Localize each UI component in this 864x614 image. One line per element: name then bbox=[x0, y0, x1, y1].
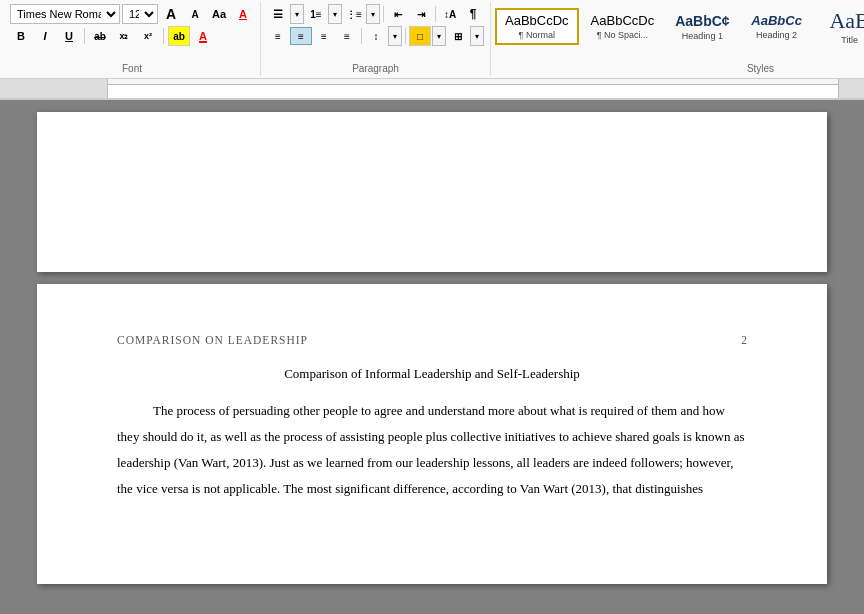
style-no-spacing-label: ¶ No Spaci... bbox=[597, 30, 648, 40]
styles-group: AaBbCcDc ¶ Normal AaBbCcDc ¶ No Spaci...… bbox=[491, 2, 864, 76]
separator-4 bbox=[435, 6, 436, 22]
ribbon: Times New Roman 12 A A Aa A B I U ab bbox=[0, 0, 864, 79]
page-2[interactable]: COMPARISON ON LEADERSHIP 2 Comparison of… bbox=[37, 284, 827, 584]
style-heading1-label: Heading 1 bbox=[682, 31, 723, 41]
style-normal[interactable]: AaBbCcDc ¶ Normal bbox=[495, 8, 579, 45]
separator-3 bbox=[383, 6, 384, 22]
bold-button[interactable]: B bbox=[10, 26, 32, 46]
strikethrough-button[interactable]: ab bbox=[89, 26, 111, 46]
style-title-preview: AaB bbox=[829, 8, 864, 34]
style-heading2[interactable]: AaBbCc Heading 2 bbox=[742, 9, 812, 44]
number-list-dropdown[interactable]: ▾ bbox=[328, 4, 342, 24]
font-row-2: B I U ab x₂ x² ab A bbox=[10, 26, 214, 46]
decrease-indent-button[interactable]: ⇤ bbox=[387, 4, 409, 24]
bullet-list-button[interactable]: ☰ bbox=[267, 4, 289, 24]
borders-dropdown[interactable]: ▾ bbox=[470, 26, 484, 46]
running-header-title: COMPARISON ON LEADERSHIP bbox=[117, 334, 308, 346]
font-group-label: Font bbox=[4, 63, 260, 74]
superscript-button[interactable]: x² bbox=[137, 26, 159, 46]
italic-button[interactable]: I bbox=[34, 26, 56, 46]
borders-button[interactable]: ⊞ bbox=[447, 26, 469, 46]
running-header-page: 2 bbox=[741, 334, 747, 346]
running-header: COMPARISON ON LEADERSHIP 2 bbox=[117, 334, 747, 346]
style-heading1[interactable]: AaBbC¢ Heading 1 bbox=[666, 9, 738, 45]
ruler-gray-left bbox=[0, 79, 108, 99]
font-row-1: Times New Roman 12 A A Aa A bbox=[10, 4, 254, 24]
paragraph-group-label: Paragraph bbox=[261, 63, 490, 74]
multilevel-list-button[interactable]: ⋮≡ bbox=[343, 4, 365, 24]
increase-indent-button[interactable]: ⇥ bbox=[410, 4, 432, 24]
sort-button[interactable]: ↕A bbox=[439, 4, 461, 24]
font-grow-button[interactable]: A bbox=[160, 4, 182, 24]
subscript-button[interactable]: x₂ bbox=[113, 26, 135, 46]
font-case-button[interactable]: Aa bbox=[208, 4, 230, 24]
separator-6 bbox=[405, 28, 406, 44]
line-spacing-button[interactable]: ↕ bbox=[365, 26, 387, 46]
bullet-list-dropdown[interactable]: ▾ bbox=[290, 4, 304, 24]
underline-button[interactable]: U bbox=[58, 26, 80, 46]
highlight-button[interactable]: ab bbox=[168, 26, 190, 46]
number-list-button[interactable]: 1≡ bbox=[305, 4, 327, 24]
body-paragraph-1[interactable]: The process of persuading other people t… bbox=[117, 398, 747, 502]
clear-format-button[interactable]: A bbox=[232, 4, 254, 24]
style-heading2-label: Heading 2 bbox=[756, 30, 797, 40]
style-normal-label: ¶ Normal bbox=[519, 30, 555, 40]
style-heading2-preview: AaBbCc bbox=[751, 13, 802, 29]
font-group: Times New Roman 12 A A Aa A B I U ab bbox=[4, 2, 261, 76]
style-no-spacing[interactable]: AaBbCcDc ¶ No Spaci... bbox=[582, 9, 664, 44]
style-title-label: Title bbox=[841, 35, 858, 45]
document-area[interactable]: COMPARISON ON LEADERSHIP 2 Comparison of… bbox=[0, 100, 864, 614]
align-right-button[interactable]: ≡ bbox=[313, 27, 335, 45]
ruler-ticks bbox=[108, 84, 838, 98]
separator-1 bbox=[84, 28, 85, 44]
para-row-2: ≡ ≡ ≡ ≡ ↕ ▾ □ ▾ ⊞ ▾ bbox=[267, 26, 484, 46]
multilevel-list-dropdown[interactable]: ▾ bbox=[366, 4, 380, 24]
shading-button[interactable]: □ bbox=[409, 26, 431, 46]
toolbar: Times New Roman 12 A A Aa A B I U ab bbox=[0, 0, 864, 100]
document-body[interactable]: The process of persuading other people t… bbox=[117, 398, 747, 502]
document-title[interactable]: Comparison of Informal Leadership and Se… bbox=[117, 366, 747, 382]
paragraph-group: ☰ ▾ 1≡ ▾ ⋮≡ ▾ ⇤ ⇥ ↕A ¶ ≡ ≡ ≡ ≡ bbox=[261, 2, 491, 76]
align-center-button[interactable]: ≡ bbox=[290, 27, 312, 45]
font-shrink-button[interactable]: A bbox=[184, 4, 206, 24]
justify-button[interactable]: ≡ bbox=[336, 27, 358, 45]
style-title[interactable]: AaB Title bbox=[815, 4, 864, 49]
style-normal-preview: AaBbCcDc bbox=[505, 13, 569, 29]
separator-5 bbox=[361, 28, 362, 44]
style-no-spacing-preview: AaBbCcDc bbox=[591, 13, 655, 29]
show-formatting-button[interactable]: ¶ bbox=[462, 4, 484, 24]
font-family-selector[interactable]: Times New Roman bbox=[10, 4, 120, 24]
para-row-1: ☰ ▾ 1≡ ▾ ⋮≡ ▾ ⇤ ⇥ ↕A ¶ bbox=[267, 4, 484, 24]
font-size-selector[interactable]: 12 bbox=[122, 4, 158, 24]
shading-dropdown[interactable]: ▾ bbox=[432, 26, 446, 46]
style-heading1-preview: AaBbC¢ bbox=[675, 13, 729, 30]
ruler-gray-right bbox=[838, 79, 864, 99]
styles-group-label: Styles bbox=[495, 63, 864, 74]
page-1[interactable] bbox=[37, 112, 827, 272]
styles-row: AaBbCcDc ¶ Normal AaBbCcDc ¶ No Spaci...… bbox=[495, 4, 864, 63]
separator-2 bbox=[163, 28, 164, 44]
align-left-button[interactable]: ≡ bbox=[267, 27, 289, 45]
font-color-button[interactable]: A bbox=[192, 26, 214, 46]
ruler bbox=[0, 79, 864, 99]
line-spacing-dropdown[interactable]: ▾ bbox=[388, 26, 402, 46]
